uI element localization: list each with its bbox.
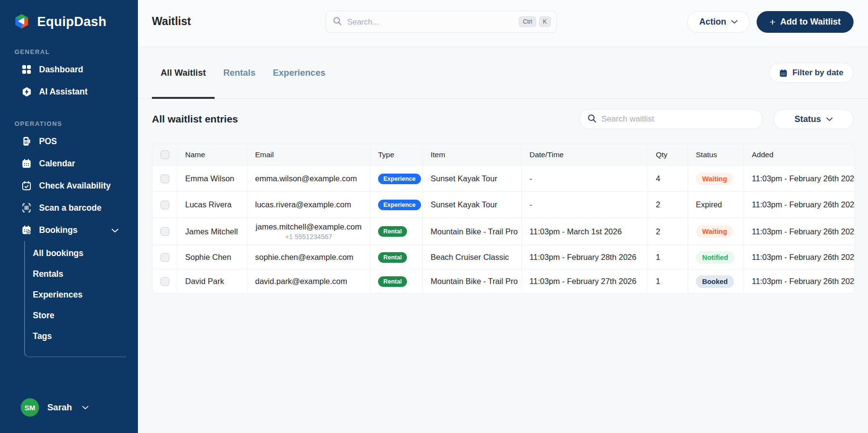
type-badge-rental: Rental: [378, 226, 407, 237]
cell-name: Lucas Rivera: [177, 192, 247, 217]
brand-logo[interactable]: EquipDash: [0, 0, 138, 31]
table-row[interactable]: Emma Wilson emma.wilson@example.com Expe…: [152, 165, 854, 191]
waitlist-table: Name Email Type Item Date/Time Qty Statu…: [152, 144, 855, 294]
cell-added: 11:03pm - February 26th 2026: [744, 245, 854, 269]
tabs-row: All Waitlist Rentals Experiences Filter …: [138, 47, 868, 99]
select-all-checkbox[interactable]: [161, 150, 169, 159]
bookings-submenu: All bookings Rentals Experiences Store T…: [24, 241, 126, 357]
sidebar-subitem-tags[interactable]: Tags: [25, 326, 126, 347]
status-text-expired: Expired: [696, 201, 722, 209]
sidebar-item-label: Bookings: [39, 225, 78, 235]
section-title: All waitlist entries: [152, 113, 238, 125]
sidebar-item-label: Scan a barcode: [39, 203, 101, 213]
sidebar-item-scan-barcode[interactable]: Scan a barcode: [0, 197, 138, 219]
topbar: Waitlist Search... Ctrl K Action + Add t…: [138, 0, 868, 47]
sidebar-item-label: POS: [39, 136, 57, 147]
waitlist-search-input[interactable]: Search waitlist: [579, 109, 763, 129]
sidebar-subitem-experiences[interactable]: Experiences: [25, 284, 126, 305]
sidebar-subitem-store[interactable]: Store: [25, 305, 126, 326]
sidebar-item-label: AI Assistant: [39, 87, 88, 97]
bookings-calendar-icon: [21, 225, 32, 235]
row-checkbox[interactable]: [161, 253, 169, 262]
global-search-placeholder: Search...: [347, 17, 516, 27]
col-header-status: Status: [688, 144, 744, 165]
avatar: SM: [21, 398, 39, 417]
ai-hexagon-bolt-icon: [21, 86, 32, 97]
tab-rentals[interactable]: Rentals: [215, 47, 264, 98]
sidebar-subitem-rentals[interactable]: Rentals: [25, 264, 126, 284]
row-checkbox[interactable]: [161, 277, 169, 286]
search-icon: [587, 114, 597, 125]
sidebar-item-label: Check Availability: [39, 181, 111, 191]
cell-datetime: 11:03pm - February 28th 2026: [521, 245, 648, 269]
status-badge-notified: Notified: [696, 251, 734, 264]
barcode-scan-icon: [21, 203, 32, 213]
row-checkbox[interactable]: [161, 227, 169, 236]
status-filter-dropdown[interactable]: Status: [773, 109, 854, 129]
equipdash-cube-icon: [13, 13, 31, 31]
cell-added: 11:03pm - February 26th 2026: [744, 166, 854, 191]
calendar-icon: [779, 69, 787, 77]
cell-name: James Mitchell: [177, 218, 247, 245]
cell-datetime: -: [521, 166, 648, 191]
cell-qty: 1: [648, 245, 688, 269]
chevron-down-icon: [82, 403, 89, 412]
table-row[interactable]: Sophie Chen sophie.chen@example.com Rent…: [152, 245, 854, 269]
dashboard-grid-icon: [21, 64, 32, 75]
col-header-name: Name: [177, 144, 247, 165]
sidebar-item-pos[interactable]: POS: [0, 130, 138, 152]
tab-all-waitlist[interactable]: All Waitlist: [152, 47, 215, 98]
chevron-down-icon: [826, 117, 833, 122]
tab-experiences[interactable]: Experiences: [264, 47, 334, 98]
status-filter-label: Status: [794, 114, 821, 124]
kbd-ctrl: Ctrl: [519, 16, 536, 27]
type-badge-rental: Rental: [378, 252, 407, 263]
cell-datetime: 11:03pm - February 27th 2026: [521, 270, 648, 293]
cell-datetime: -: [521, 192, 648, 217]
sidebar-item-ai-assistant[interactable]: AI Assistant: [0, 81, 138, 103]
page-title: Waitlist: [152, 15, 191, 28]
cell-added: 11:03pm - February 26th 2026: [744, 270, 854, 293]
cell-phone: +1 5551234567: [285, 233, 332, 241]
action-button-label: Action: [699, 17, 726, 27]
cell-datetime: 11:03pm - March 1st 2026: [521, 218, 648, 245]
cell-name: Emma Wilson: [177, 166, 247, 191]
filter-by-date-button[interactable]: Filter by date: [769, 63, 854, 83]
plus-icon: +: [770, 16, 775, 28]
sidebar-item-label: Dashboard: [39, 65, 83, 75]
cell-added: 11:03pm - February 26th 2026: [744, 218, 854, 245]
cell-name: Sophie Chen: [177, 245, 247, 269]
tabs: All Waitlist Rentals Experiences: [152, 47, 334, 98]
type-badge-rental: Rental: [378, 276, 407, 287]
row-checkbox[interactable]: [161, 175, 169, 183]
global-search-input[interactable]: Search... Ctrl K: [326, 11, 557, 33]
table-row[interactable]: David Park david.park@example.com Rental…: [152, 269, 854, 293]
cell-item: Sunset Kayak Tour: [422, 166, 521, 191]
table-row[interactable]: Lucas Rivera lucas.rivera@example.com Ex…: [152, 191, 854, 217]
add-to-waitlist-label: Add to Waitlist: [780, 17, 841, 27]
sidebar-subitem-all-bookings[interactable]: All bookings: [25, 243, 126, 264]
cell-email: lucas.rivera@example.com: [247, 192, 370, 217]
table-row[interactable]: James Mitchell james.mitchell@example.co…: [152, 217, 854, 245]
row-checkbox[interactable]: [161, 201, 169, 209]
col-header-qty: Qty: [648, 144, 688, 165]
type-badge-experience: Experience: [378, 174, 421, 184]
sidebar-item-calendar[interactable]: Calendar: [0, 152, 138, 175]
sidebar-item-bookings[interactable]: Bookings: [0, 219, 138, 241]
col-header-email: Email: [247, 144, 370, 165]
cell-qty: 1: [648, 270, 688, 293]
action-button[interactable]: Action: [687, 11, 750, 33]
sidebar-item-check-availability[interactable]: Check Availability: [0, 175, 138, 197]
col-header-added: Added: [744, 144, 854, 165]
cell-item: Sunset Kayak Tour: [422, 192, 521, 217]
user-menu[interactable]: SM Sarah: [0, 398, 138, 433]
sidebar-section-general: GENERAL: [14, 48, 138, 55]
cell-qty: 2: [648, 218, 688, 245]
cell-item: Beach Cruiser Classic: [422, 245, 521, 269]
calendar-icon: [21, 158, 32, 169]
status-badge-waiting: Waiting: [696, 225, 733, 238]
add-to-waitlist-button[interactable]: + Add to Waitlist: [757, 11, 854, 33]
sidebar-item-dashboard[interactable]: Dashboard: [0, 58, 138, 81]
status-badge-waiting: Waiting: [696, 173, 733, 185]
sidebar: EquipDash GENERAL Dashboard AI Assistant…: [0, 0, 138, 433]
